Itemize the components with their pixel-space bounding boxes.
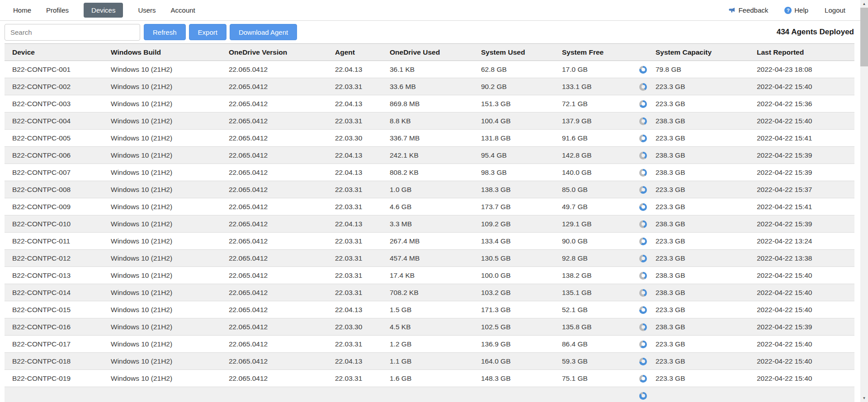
cell-windows-build: Windows 10 (21H2)	[103, 353, 221, 370]
cell-system-capacity: 223.3 GB	[648, 78, 749, 95]
cell-agent: 22.03.31	[327, 250, 382, 267]
column-header-windows-build: Windows Build	[103, 44, 221, 61]
download-agent-button[interactable]: Download Agent	[230, 24, 297, 40]
cell-system-used: 136.9 GB	[473, 336, 554, 353]
device-row[interactable]: B22-CONTPC-001Windows 10 (21H2)22.065.04…	[5, 61, 854, 78]
cell-onedrive-version	[221, 387, 327, 402]
scrollbar-thumb[interactable]	[860, 8, 868, 66]
cell-system-used: 109.2 GB	[473, 215, 554, 233]
system-usage-donut	[639, 341, 647, 348]
system-usage-donut	[639, 272, 647, 280]
device-row[interactable]: B22-CONTPC-013Windows 10 (21H2)22.065.04…	[5, 267, 854, 284]
cell-windows-build: Windows 10 (21H2)	[103, 164, 221, 181]
help-label: Help	[794, 6, 808, 14]
cell-system-free: 135.1 GB	[554, 284, 636, 301]
nav-item-devices[interactable]: Devices	[84, 3, 123, 18]
cell-usage-donut	[636, 233, 648, 250]
cell-onedrive-version: 22.065.0412	[221, 267, 327, 284]
system-usage-donut	[639, 186, 647, 194]
cell-onedrive-used: 8.8 KB	[382, 112, 473, 130]
device-row[interactable]: B22-CONTPC-006Windows 10 (21H2)22.065.04…	[5, 147, 854, 164]
cell-usage-donut	[636, 284, 648, 301]
cell-usage-donut	[636, 250, 648, 267]
device-row[interactable]: B22-CONTPC-003Windows 10 (21H2)22.065.04…	[5, 95, 854, 112]
scrollbar-down-arrow-icon[interactable]: ▼	[860, 394, 868, 402]
cell-windows-build: Windows 10 (21H2)	[103, 301, 221, 318]
cell-system-used: 62.8 GB	[473, 61, 554, 78]
cell-onedrive-used: 1.0 GB	[382, 181, 473, 198]
cell-last-reported: 2022-04-22 15:41	[749, 198, 854, 215]
nav-item-home[interactable]: Home	[13, 3, 31, 18]
cell-onedrive-version: 22.065.0412	[221, 284, 327, 301]
nav-item-users[interactable]: Users	[138, 3, 156, 18]
cell-device: B22-CONTPC-004	[5, 112, 103, 130]
cell-system-used: 103.2 GB	[473, 284, 554, 301]
export-button[interactable]: Export	[189, 24, 226, 40]
cell-device: B22-CONTPC-001	[5, 61, 103, 78]
nav-item-account[interactable]: Account	[171, 3, 195, 18]
cell-onedrive-used: 869.8 MB	[382, 95, 473, 112]
cell-system-capacity: 238.3 GB	[648, 112, 749, 130]
cell-system-used: 100.4 GB	[473, 112, 554, 130]
device-row[interactable]: B22-CONTPC-014Windows 10 (21H2)22.065.04…	[5, 284, 854, 301]
cell-system-capacity: 238.3 GB	[648, 318, 749, 336]
cell-onedrive-used: 36.1 KB	[382, 61, 473, 78]
device-row[interactable]: B22-CONTPC-004Windows 10 (21H2)22.065.04…	[5, 112, 854, 130]
cell-system-capacity: 223.3 GB	[648, 130, 749, 147]
cell-onedrive-version: 22.065.0412	[221, 164, 327, 181]
cell-system-free: 92.8 GB	[554, 250, 636, 267]
cell-agent: 22.03.31	[327, 233, 382, 250]
cell-agent: 22.04.13	[327, 353, 382, 370]
cell-system-free: 91.6 GB	[554, 130, 636, 147]
cell-onedrive-used: 17.4 KB	[382, 267, 473, 284]
device-row[interactable]: B22-CONTPC-008Windows 10 (21H2)22.065.04…	[5, 181, 854, 198]
cell-onedrive-used: 33.6 MB	[382, 78, 473, 95]
device-row[interactable]: B22-CONTPC-017Windows 10 (21H2)22.065.04…	[5, 336, 854, 353]
refresh-button[interactable]: Refresh	[144, 24, 186, 40]
system-usage-donut	[639, 238, 647, 245]
scrollbar-up-arrow-icon[interactable]: ▲	[860, 0, 868, 8]
device-row[interactable]: B22-CONTPC-005Windows 10 (21H2)22.065.04…	[5, 130, 854, 147]
device-row[interactable]: B22-CONTPC-015Windows 10 (21H2)22.065.04…	[5, 301, 854, 318]
vertical-scrollbar[interactable]: ▲ ▼	[860, 0, 868, 402]
cell-windows-build	[103, 387, 221, 402]
device-row[interactable]: B22-CONTPC-018Windows 10 (21H2)22.065.04…	[5, 353, 854, 370]
cell-system-used: 151.3 GB	[473, 95, 554, 112]
nav-item-profiles[interactable]: Profiles	[46, 3, 69, 18]
system-usage-donut	[639, 323, 647, 331]
device-row[interactable]: B22-CONTPC-016Windows 10 (21H2)22.065.04…	[5, 318, 854, 336]
cell-onedrive-version: 22.065.0412	[221, 215, 327, 233]
logout-link[interactable]: Logout	[825, 6, 845, 14]
nav-tabs: HomeProfilesDevicesUsersAccount	[13, 3, 195, 18]
cell-usage-donut	[636, 336, 648, 353]
cell-usage-donut	[636, 301, 648, 318]
device-row[interactable]: B22-CONTPC-009Windows 10 (21H2)22.065.04…	[5, 198, 854, 215]
cell-system-free: 137.9 GB	[554, 112, 636, 130]
system-usage-donut	[639, 203, 647, 211]
help-link[interactable]: ? Help	[784, 6, 808, 14]
table-header-row: DeviceWindows BuildOneDrive VersionAgent…	[5, 44, 854, 61]
feedback-link[interactable]: Feedback	[728, 6, 768, 14]
device-row[interactable]: B22-CONTPC-007Windows 10 (21H2)22.065.04…	[5, 164, 854, 181]
cell-system-capacity	[648, 387, 749, 402]
device-row[interactable]	[5, 387, 854, 402]
cell-agent: 22.03.31	[327, 112, 382, 130]
cell-system-free: 133.1 GB	[554, 78, 636, 95]
device-row[interactable]: B22-CONTPC-010Windows 10 (21H2)22.065.04…	[5, 215, 854, 233]
cell-system-capacity: 238.3 GB	[648, 164, 749, 181]
device-row[interactable]: B22-CONTPC-011Windows 10 (21H2)22.065.04…	[5, 233, 854, 250]
device-row[interactable]: B22-CONTPC-002Windows 10 (21H2)22.065.04…	[5, 78, 854, 95]
system-usage-donut	[639, 100, 647, 108]
cell-system-free: 90.0 GB	[554, 233, 636, 250]
cell-agent: 22.03.30	[327, 130, 382, 147]
cell-device: B22-CONTPC-009	[5, 198, 103, 215]
device-row[interactable]: B22-CONTPC-019Windows 10 (21H2)22.065.04…	[5, 370, 854, 387]
cell-last-reported: 2022-04-23 18:08	[749, 61, 854, 78]
cell-system-capacity: 223.3 GB	[648, 233, 749, 250]
cell-onedrive-version: 22.065.0412	[221, 370, 327, 387]
search-input[interactable]	[5, 24, 140, 41]
cell-system-free: 59.3 GB	[554, 353, 636, 370]
cell-windows-build: Windows 10 (21H2)	[103, 78, 221, 95]
cell-onedrive-version: 22.065.0412	[221, 353, 327, 370]
device-row[interactable]: B22-CONTPC-012Windows 10 (21H2)22.065.04…	[5, 250, 854, 267]
